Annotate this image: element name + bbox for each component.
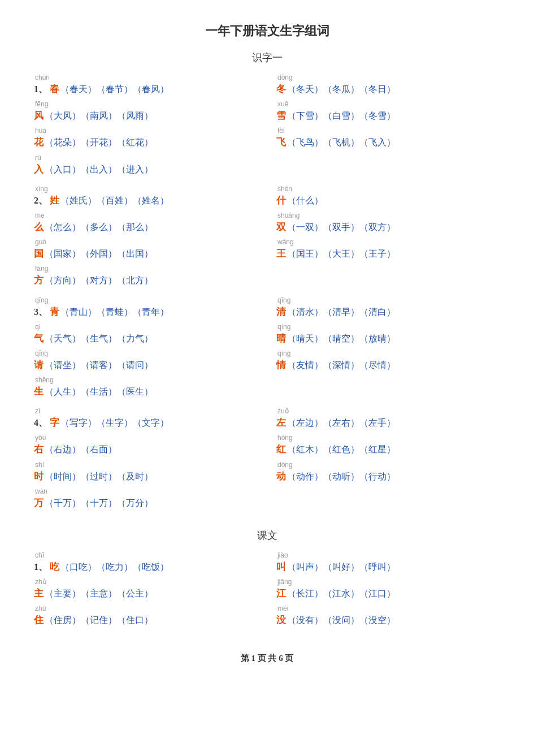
char-main: 右 [34,442,44,457]
entry-group: wáng王（国王）（大王）（王子） [276,238,500,261]
entry-group: rù入（入口）（出入）（进入） [34,154,258,177]
entry-group: me么（怎么）（多么）（那么） [34,211,258,235]
char-words: （清水）（清早）（清白） [287,305,396,319]
char-main: 冬 [276,81,286,97]
char-main: 住 [34,612,44,628]
char-words: （飞鸟）（飞机）（飞入） [287,135,396,150]
char-words: （请坐）（请客）（请问） [45,358,153,373]
entry-group: huā花（花朵）（开花）（红花） [34,127,258,150]
pinyin-label: zì [35,407,258,415]
char-words: （方向）（对方）（北方） [45,273,153,288]
char-words: （晴天）（晴空）（放晴） [287,331,396,346]
char-words: （怎么）（多么）（那么） [45,220,153,235]
char-words: （春天）（春节）（春风） [60,82,169,97]
char-main: 春 [50,81,59,97]
char-words: （冬天）（冬瓜）（冬日） [287,82,396,97]
char-words: （红木）（红色）（红星） [287,442,396,457]
entry-group: zhù住（住房）（记住）（住口） [34,604,258,628]
two-col-row: chūn1、春（春天）（春节）（春风）fēng风（大风）（南风）（风雨）huā花… [34,74,500,180]
left-col: zì4、字（写字）（生字）（文字）yòu右（右边）（右面）shí时（时间）（过时… [34,407,258,514]
pinyin-label: zhǔ [35,578,258,586]
char-words: （没有）（没问）（没空） [287,613,396,628]
char-words: （国家）（外国）（出国） [45,247,153,261]
char-main: 江 [276,586,286,601]
entry-group: wàn万（千万）（十万）（万分） [34,487,258,511]
char-main: 红 [276,442,286,457]
pinyin-label: fēi [277,127,500,135]
char-main: 主 [34,586,44,601]
pinyin-label: qíng [277,323,500,331]
left-col: chī1、吃（口吃）（吃力）（吃饭）zhǔ主（主要）（主意）（公主）zhù住（住… [34,551,258,632]
page-footer: 第 1 页 共 6 页 [34,653,500,664]
char-main: 么 [34,219,44,235]
char-main: 万 [34,495,44,511]
pinyin-label: fēng [35,100,258,108]
char-words: （人生）（生活）（医生） [45,385,153,399]
char-main: 吃 [50,559,59,574]
pinyin-label: jiào [277,551,500,559]
entry-group: chūn1、春（春天）（春节）（春风） [34,74,258,97]
pinyin-label: huā [35,127,258,135]
char-main: 没 [276,612,286,628]
entry-group: méi没（没有）（没问）（没空） [276,604,500,628]
entry-group: zuǒ左（左边）（左右）（左手） [276,407,500,430]
num-label: 2、 [34,193,47,208]
entry-group: jiào叫（叫声）（叫好）（呼叫） [276,551,500,574]
pinyin-label: chī [35,551,258,559]
char-words: （动作）（动听）（行动） [287,469,396,484]
entry-group: fāng方（方向）（对方）（北方） [34,265,258,288]
entry-group: fēi飞（飞鸟）（飞机）（飞入） [276,127,500,150]
char-words: （主要）（主意）（公主） [45,586,153,601]
pinyin-label: dòng [277,461,500,469]
char-words: （千万）（十万）（万分） [45,496,153,511]
pinyin-label: qǐng [35,349,258,357]
entry-group: shēng生（人生）（生活）（医生） [34,376,258,399]
char-main: 方 [34,273,44,288]
char-words: （花朵）（开花）（红花） [45,135,153,150]
char-words: （姓氏）（百姓）（姓名） [60,193,169,208]
entry-group: qīng清（清水）（清早）（清白） [276,296,500,319]
char-words: （一双）（双手）（双方） [287,220,396,235]
right-col: dōng冬（冬天）（冬瓜）（冬日）xuě雪（下雪）（白雪）（冬雪）fēi飞（飞鸟… [276,74,500,180]
pinyin-label: xuě [277,100,500,108]
char-words: （长江）（江水）（江口） [287,586,396,601]
section2-title: 课文 [34,529,500,542]
char-words: （时间）（过时）（及时） [45,469,153,484]
entry-group: guó国（国家）（外国）（出国） [34,238,258,261]
pinyin-label: shuāng [277,211,500,219]
right-col: zuǒ左（左边）（左右）（左手）hóng红（红木）（红色）（红星）dòng动（动… [276,407,500,514]
char-words: （大风）（南风）（风雨） [45,109,153,123]
char-words: （什么） [287,193,323,208]
pinyin-label: wàn [35,487,258,495]
char-main: 情 [276,357,286,373]
pinyin-label: zhù [35,604,258,612]
entry-group: qíng晴（晴天）（晴空）（放晴） [276,323,500,346]
pinyin-label: qīng [35,296,258,304]
pinyin-label: qīng [277,296,500,304]
char-main: 动 [276,469,286,484]
two-col-row: xìng2、姓（姓氏）（百姓）（姓名）me么（怎么）（多么）（那么）guó国（国… [34,185,500,292]
two-col-row: chī1、吃（口吃）（吃力）（吃饭）zhǔ主（主要）（主意）（公主）zhù住（住… [34,551,500,632]
pinyin-label: hóng [277,434,500,442]
entry-group: zhǔ主（主要）（主意）（公主） [34,578,258,601]
pinyin-label: chūn [35,74,258,81]
pinyin-label: dōng [277,74,500,81]
entry-group: shí时（时间）（过时）（及时） [34,461,258,484]
char-main: 花 [34,135,44,150]
char-main: 左 [276,415,286,430]
entry-group: chī1、吃（口吃）（吃力）（吃饭） [34,551,258,574]
char-words: （住房）（记住）（住口） [45,613,153,628]
char-words: （友情）（深情）（尽情） [287,358,396,373]
char-words: （天气）（生气）（力气） [45,331,153,346]
left-col: chūn1、春（春天）（春节）（春风）fēng风（大风）（南风）（风雨）huā花… [34,74,258,180]
entry-group: dòng动（动作）（动听）（行动） [276,461,500,484]
char-main: 国 [34,246,44,261]
char-main: 雪 [276,108,286,123]
pinyin-label: shí [35,461,258,469]
entry-group: qíng情（友情）（深情）（尽情） [276,349,500,373]
char-main: 字 [50,415,59,430]
char-main: 入 [34,162,44,177]
pinyin-label: jiāng [277,578,500,586]
two-col-row: qīng3、青（青山）（青蛙）（青年）qì气（天气）（生气）（力气）qǐng请（… [34,296,500,403]
pinyin-label: me [35,211,258,219]
